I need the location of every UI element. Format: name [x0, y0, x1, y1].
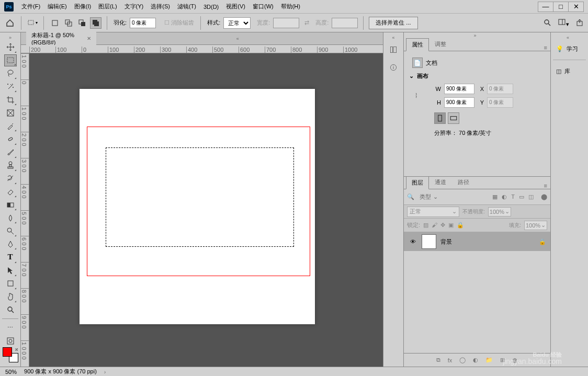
lock-icon[interactable]: 🔒	[539, 238, 546, 245]
pen-tool[interactable]	[4, 238, 17, 250]
portrait-button[interactable]	[434, 112, 446, 124]
filter-pixel-icon[interactable]: ▦	[492, 193, 497, 200]
height-value-input[interactable]	[444, 97, 474, 108]
menu-select[interactable]: 选择(S)	[147, 3, 174, 10]
minimize-button[interactable]: —	[538, 2, 553, 12]
menu-type[interactable]: 文字(Y)	[121, 3, 148, 10]
menu-file[interactable]: 文件(F)	[18, 3, 44, 10]
fx-icon[interactable]: fx	[448, 357, 453, 363]
expand-dock-icon[interactable]: «	[383, 35, 403, 41]
lock-artboard-icon[interactable]: ▣	[448, 222, 454, 229]
type-tool[interactable]: T	[4, 251, 17, 263]
library-panel-button[interactable]: ◫ 库	[554, 63, 585, 79]
menu-edit[interactable]: 编辑(E)	[44, 3, 71, 10]
filter-toggle-icon[interactable]: ⬤	[541, 193, 547, 200]
quick-mask-icon[interactable]	[4, 335, 17, 347]
link-layers-icon[interactable]: ⧉	[436, 357, 440, 363]
brush-tool[interactable]	[4, 146, 17, 158]
search-icon[interactable]	[543, 18, 551, 28]
properties-tab[interactable]: 属性	[406, 38, 429, 51]
zoom-tool[interactable]	[4, 304, 17, 316]
menu-layer[interactable]: 图层(L)	[95, 3, 120, 10]
link-wh-icon[interactable]: 𝄔	[415, 92, 417, 100]
collapse-far-right-icon[interactable]: «	[551, 35, 588, 41]
lock-all-icon[interactable]: 🔒	[457, 222, 464, 229]
add-selection-icon[interactable]	[63, 17, 74, 29]
filter-smart-icon[interactable]: ◫	[528, 193, 534, 200]
group-icon[interactable]: 📁	[485, 357, 493, 363]
feather-input[interactable]	[130, 18, 156, 28]
foreground-color[interactable]	[3, 347, 12, 357]
menu-3d[interactable]: 3D(D)	[200, 4, 222, 10]
collapse-canvas-icon[interactable]: «	[96, 36, 379, 42]
mask-icon[interactable]: ◯	[459, 357, 466, 363]
marquee-tool[interactable]	[4, 54, 17, 66]
eraser-tool[interactable]	[4, 186, 17, 198]
eyedropper-tool[interactable]	[4, 120, 17, 132]
filter-adjust-icon[interactable]: ◐	[502, 193, 507, 200]
frame-tool[interactable]	[4, 107, 17, 119]
lasso-tool[interactable]	[4, 67, 17, 79]
visibility-icon[interactable]: 👁	[408, 237, 417, 246]
lock-transparent-icon[interactable]: ▨	[423, 222, 428, 229]
new-selection-icon[interactable]	[49, 17, 61, 29]
filter-shape-icon[interactable]: ▭	[519, 193, 524, 200]
gradient-tool[interactable]	[4, 199, 17, 211]
tool-preset-icon[interactable]: ▾	[27, 17, 38, 29]
select-and-mask-button[interactable]: 选择并遮住 ...	[369, 17, 417, 29]
lock-paint-icon[interactable]: 🖌	[432, 222, 437, 229]
paths-tab[interactable]: 路径	[452, 176, 475, 189]
stamp-tool[interactable]	[4, 159, 17, 172]
close-button[interactable]: ✕	[568, 2, 584, 12]
layer-item-background[interactable]: 👁 背景 🔒	[404, 232, 550, 251]
menu-filter[interactable]: 滤镜(T)	[174, 3, 200, 10]
history-panel-icon[interactable]	[387, 43, 400, 56]
panel-menu-icon[interactable]: ≡	[544, 44, 547, 51]
hand-tool[interactable]	[4, 291, 17, 303]
close-tab-icon[interactable]: ✕	[87, 36, 91, 41]
share-icon[interactable]	[575, 18, 584, 28]
layers-tab[interactable]: 图层	[406, 176, 429, 189]
info-panel-icon[interactable]: i	[387, 61, 400, 74]
subtract-selection-icon[interactable]	[76, 17, 88, 29]
filter-search-icon[interactable]: 🔍	[407, 193, 414, 200]
edit-toolbar-icon[interactable]: ⋯	[4, 322, 17, 334]
color-swatches[interactable]: ⤭	[3, 347, 18, 362]
filter-type-icon[interactable]: T	[511, 193, 515, 200]
filter-kind-dropdown[interactable]: 类型⌄	[416, 192, 441, 202]
magic-wand-tool[interactable]	[4, 81, 17, 93]
history-brush-tool[interactable]	[4, 173, 17, 185]
menu-view[interactable]: 视图(V)	[222, 3, 249, 10]
home-icon[interactable]	[4, 17, 16, 29]
menu-help[interactable]: 帮助(H)	[277, 3, 304, 10]
healing-tool[interactable]	[4, 133, 17, 145]
learn-panel-button[interactable]: 💡 学习	[554, 41, 585, 56]
workspace-icon[interactable]: ▾	[558, 18, 569, 28]
adjustment-layer-icon[interactable]: ◐	[473, 357, 478, 363]
doc-info[interactable]: 900 像素 x 900 像素 (70 ppi)	[24, 368, 97, 375]
intersect-selection-icon[interactable]	[90, 17, 101, 29]
zoom-level[interactable]: 50%	[5, 369, 17, 375]
crop-tool[interactable]	[4, 94, 17, 106]
delete-layer-icon[interactable]: 🗑	[512, 357, 518, 363]
channels-tab[interactable]: 通道	[429, 176, 452, 189]
new-layer-icon[interactable]: ⊞	[500, 357, 505, 363]
layer-thumbnail[interactable]	[422, 234, 436, 249]
landscape-button[interactable]	[448, 112, 459, 124]
adjustments-tab[interactable]: 调整	[429, 38, 452, 51]
maximize-button[interactable]: □	[553, 2, 569, 12]
menu-image[interactable]: 图像(I)	[71, 3, 95, 10]
canvas[interactable]	[80, 89, 315, 324]
path-select-tool[interactable]	[4, 265, 17, 277]
status-chevron-icon[interactable]: ›	[104, 369, 106, 375]
canvas-section-header[interactable]: ⌄画布	[408, 70, 546, 82]
lock-position-icon[interactable]: ✥	[440, 222, 445, 229]
dodge-tool[interactable]	[4, 225, 17, 237]
width-value-input[interactable]	[444, 84, 474, 94]
blur-tool[interactable]	[4, 212, 17, 224]
style-select[interactable]: 正常	[223, 17, 251, 29]
swap-colors-icon[interactable]: ⤭	[15, 347, 18, 352]
layers-menu-icon[interactable]: ≡	[544, 183, 547, 189]
move-tool[interactable]	[4, 41, 17, 53]
menu-window[interactable]: 窗口(W)	[249, 3, 277, 10]
